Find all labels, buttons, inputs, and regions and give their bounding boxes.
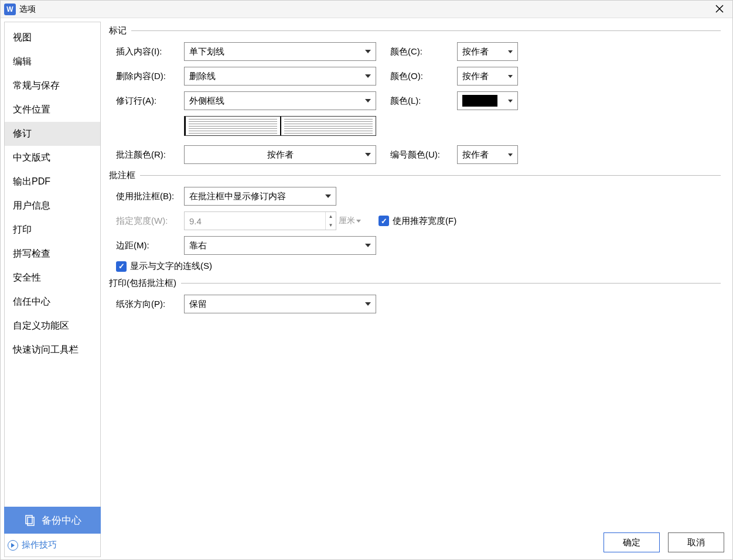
chevron-down-icon: [365, 244, 371, 247]
chevron-down-icon: [365, 153, 371, 156]
chevron-down-icon: [365, 302, 371, 306]
balloon-width-unit-select[interactable]: 厘米: [339, 216, 361, 226]
section-balloon-header: 批注框: [109, 170, 721, 181]
ok-button[interactable]: 确定: [604, 532, 660, 552]
revline-color-select[interactable]: [457, 91, 518, 110]
revline-select[interactable]: 外侧框线: [184, 91, 376, 110]
sidebar-item-print[interactable]: 打印: [5, 218, 100, 242]
balloon-use-select[interactable]: 在批注框中显示修订内容: [184, 187, 336, 206]
chevron-down-icon: [325, 194, 331, 198]
spin-down-icon[interactable]: ▼: [326, 221, 336, 230]
balloon-width-unit: 厘米: [339, 216, 355, 226]
recommend-width-label: 使用推荐宽度(F): [393, 216, 456, 227]
insert-color-select[interactable]: 按作者: [457, 42, 518, 61]
revision-preview: [184, 116, 376, 136]
sidebar-item-filelocation[interactable]: 文件位置: [5, 98, 100, 122]
sidebar-item-spellcheck[interactable]: 拼写检查: [5, 242, 100, 266]
sidebar-item-pdf[interactable]: 输出PDF: [5, 170, 100, 194]
section-print-header: 打印(包括批注框): [109, 278, 721, 289]
sidebar: 视图 编辑 常规与保存 文件位置 修订 中文版式 输出PDF 用户信息 打印 拼…: [4, 22, 101, 557]
section-balloon-title: 批注框: [109, 170, 140, 181]
spin-up-icon[interactable]: ▲: [326, 212, 336, 221]
recommend-width-checkbox[interactable]: [379, 216, 389, 226]
sidebar-item-edit[interactable]: 编辑: [5, 50, 100, 74]
sidebar-item-view[interactable]: 视图: [5, 26, 100, 50]
delete-select[interactable]: 删除线: [184, 67, 376, 86]
svg-rect-1: [28, 517, 34, 525]
sidebar-item-customribbon[interactable]: 自定义功能区: [5, 314, 100, 338]
chevron-down-icon: [365, 50, 371, 53]
bottom-area: 备份中心 操作技巧 确定 取消: [4, 507, 732, 559]
window-title: 选项: [19, 4, 36, 15]
chevron-down-icon: [356, 220, 361, 223]
delete-color-select[interactable]: 按作者: [457, 67, 518, 86]
section-mark-title: 标记: [109, 25, 131, 36]
app-icon: W: [4, 4, 16, 15]
comment-color-label: 批注颜色(R):: [109, 149, 184, 161]
delete-select-value: 删除线: [189, 71, 216, 82]
number-color-value: 按作者: [462, 149, 489, 161]
balloon-width-label: 指定宽度(W):: [109, 216, 184, 227]
balloon-margin-label: 边距(M):: [109, 240, 184, 251]
close-icon: [715, 5, 724, 13]
number-color-label: 编号颜色(U):: [390, 149, 457, 161]
sidebar-item-general[interactable]: 常规与保存: [5, 74, 100, 98]
section-mark-header: 标记: [109, 25, 721, 36]
insert-color-value: 按作者: [462, 46, 489, 57]
number-color-select[interactable]: 按作者: [457, 145, 518, 164]
svg-rect-0: [26, 515, 32, 524]
chevron-down-icon: [508, 75, 513, 78]
comment-color-select[interactable]: 按作者: [184, 145, 376, 164]
backup-icon: [24, 514, 36, 526]
chevron-down-icon: [508, 153, 513, 156]
balloon-use-label: 使用批注框(B):: [109, 191, 184, 202]
chevron-down-icon: [508, 50, 513, 53]
print-orient-select[interactable]: 保留: [184, 295, 376, 313]
chevron-down-icon: [365, 74, 371, 78]
titlebar: W 选项: [1, 1, 732, 18]
section-print-title: 打印(包括批注框): [109, 278, 181, 289]
tips-label: 操作技巧: [22, 539, 57, 551]
backup-center-button[interactable]: 备份中心: [4, 507, 101, 534]
revline-color-label: 颜色(L):: [390, 95, 457, 107]
comment-color-value: 按作者: [267, 149, 294, 161]
balloon-width-value[interactable]: [185, 216, 325, 226]
close-button[interactable]: [711, 2, 728, 16]
sidebar-item-trustcenter[interactable]: 信任中心: [5, 290, 100, 314]
cancel-button[interactable]: 取消: [668, 532, 724, 552]
delete-color-label: 颜色(O):: [390, 71, 457, 82]
print-orient-label: 纸张方向(P):: [109, 299, 184, 310]
color-swatch-black: [462, 95, 497, 107]
content-panel: 标记 插入内容(I): 单下划线 颜色(C): 按作者 删除内容(D): 删除线: [101, 18, 732, 557]
showlines-label: 显示与文字的连线(S): [130, 261, 212, 272]
sidebar-item-chinese[interactable]: 中文版式: [5, 146, 100, 170]
chevron-down-icon: [365, 99, 371, 103]
balloon-width-input[interactable]: ▲ ▼: [184, 211, 336, 230]
revline-select-value: 外侧框线: [189, 95, 224, 107]
insert-select-value: 单下划线: [189, 46, 224, 57]
insert-label: 插入内容(I):: [109, 46, 184, 57]
chevron-down-icon: [508, 100, 513, 103]
balloon-use-value: 在批注框中显示修订内容: [189, 191, 286, 202]
insert-select[interactable]: 单下划线: [184, 42, 376, 61]
sidebar-item-security[interactable]: 安全性: [5, 266, 100, 290]
sidebar-item-revision[interactable]: 修订: [5, 122, 100, 146]
insert-color-label: 颜色(C):: [390, 46, 457, 57]
backup-center-label: 备份中心: [42, 514, 81, 527]
revline-label: 修订行(A):: [109, 95, 184, 107]
tips-link[interactable]: 操作技巧: [8, 539, 57, 551]
delete-color-value: 按作者: [462, 71, 489, 82]
play-icon: [8, 540, 18, 551]
sidebar-item-quickaccess[interactable]: 快速访问工具栏: [5, 338, 100, 362]
print-orient-value: 保留: [189, 299, 207, 310]
balloon-margin-select[interactable]: 靠右: [184, 236, 376, 255]
showlines-checkbox[interactable]: [116, 261, 127, 272]
balloon-margin-value: 靠右: [189, 240, 207, 251]
sidebar-item-userinfo[interactable]: 用户信息: [5, 194, 100, 218]
spinner-buttons[interactable]: ▲ ▼: [325, 212, 336, 230]
delete-label: 删除内容(D):: [109, 71, 184, 82]
